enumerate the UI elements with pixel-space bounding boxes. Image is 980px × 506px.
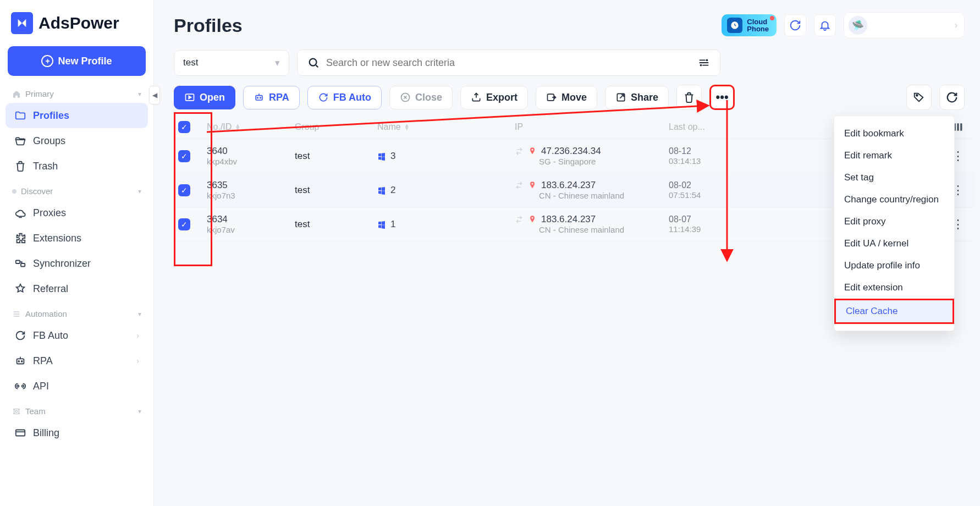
sidebar-item-rpa[interactable]: RPA› [5,348,148,373]
open-button[interactable]: Open [174,86,235,109]
svg-point-15 [260,97,261,98]
row-checkbox[interactable]: ✓ [178,150,190,162]
delete-button[interactable] [676,85,702,110]
menu-edit-proxy[interactable]: Edit proxy [834,211,954,233]
sidebar-item-groups[interactable]: Groups [5,128,148,153]
menu-clear-cache[interactable]: Clear Cache [834,299,954,324]
sidebar-item-extensions[interactable]: Extensions [5,226,148,251]
menu-update-profile-info[interactable]: Update profile info [834,255,954,277]
cloud-phone-icon [727,18,742,33]
more-actions-menu: Edit bookmarkEdit remarkSet tagChange co… [834,116,955,331]
nav-section-primary[interactable]: Primary▾ [0,81,153,103]
svg-point-23 [532,149,533,151]
refresh-icon [946,91,958,103]
svg-rect-0 [16,261,20,264]
chevron-right-icon: › [955,20,957,30]
search-input[interactable] [326,57,691,69]
menu-edit-ua-kernel[interactable]: Edit UA / kernel [834,233,954,255]
sidebar-item-billing[interactable]: Billing [5,420,148,446]
search-icon [307,57,320,69]
close-icon [400,92,411,103]
tag-icon [913,91,925,103]
menu-set-tag[interactable]: Set tag [834,167,954,189]
export-icon [471,92,482,103]
notification-dot [770,16,774,20]
row-checkbox[interactable]: ✓ [178,184,190,196]
row-checkbox[interactable]: ✓ [178,218,190,230]
refresh-button[interactable] [939,85,965,110]
menu-edit-extension[interactable]: Edit extension [834,277,954,299]
svg-point-26 [532,183,533,185]
new-profile-label: New Profile [58,56,112,67]
swap-icon [515,215,524,224]
new-profile-button[interactable]: + New Profile [8,46,146,76]
col-noid[interactable]: No./ID [207,122,232,132]
play-icon [184,92,195,103]
refresh-icon [318,92,329,103]
logo-icon [11,12,33,34]
group-filter-value: test [183,57,198,68]
svg-point-3 [18,361,19,362]
group-filter-select[interactable]: test ▾ [174,50,289,76]
fb-auto-button[interactable]: FB Auto [307,86,382,109]
brand-name: AdsPower [38,14,119,32]
col-ip[interactable]: IP [515,122,523,132]
share-button[interactable]: Share [605,86,669,109]
svg-rect-8 [16,430,25,436]
trash-icon [683,91,695,103]
sidebar-item-trash[interactable]: Trash [5,153,148,179]
nav-section-automation[interactable]: Automation▾ [0,301,153,323]
plus-icon: + [41,55,53,67]
windows-icon [377,186,386,195]
menu-edit-bookmark[interactable]: Edit bookmark [834,123,954,145]
sidebar-item-profiles[interactable]: Profiles [5,103,148,128]
sidebar-item-synchronizer[interactable]: Synchronizer [5,251,148,276]
move-icon [546,92,557,103]
sidebar-item-api[interactable]: API [5,373,148,399]
menu-edit-remark[interactable]: Edit remark [834,145,954,167]
move-button[interactable]: Move [536,86,597,109]
export-button[interactable]: Export [460,86,528,109]
nav-section-team[interactable]: Team▾ [0,399,153,420]
pin-icon [528,181,537,190]
col-group[interactable]: Group [295,122,319,132]
windows-icon [377,220,386,229]
page-title: Profiles [174,15,243,36]
ellipsis-icon: ••• [716,90,729,105]
svg-rect-21 [957,123,959,130]
svg-point-14 [257,97,258,98]
sidebar-item-fb-auto[interactable]: FB Auto› [5,323,148,348]
svg-point-7 [15,410,18,413]
sliders-icon[interactable] [698,57,710,69]
col-lastop[interactable]: Last op... [669,122,705,132]
windows-icon [377,152,386,161]
bell-icon-button[interactable] [814,14,836,36]
avatar-icon: 🛸 [849,16,867,35]
svg-point-19 [916,95,918,96]
swap-icon [515,147,524,156]
svg-point-6 [22,385,24,387]
cloud-phone-l2: Phone [747,25,769,32]
svg-point-9 [310,59,317,66]
sidebar-item-proxies[interactable]: Proxies [5,200,148,226]
main: Profiles Cloud Phone [154,0,980,506]
select-all-checkbox[interactable]: ✓ [178,121,190,133]
nav-section-discover[interactable]: Discover▾ [0,179,153,200]
share-icon [615,92,626,103]
logo: AdsPower [0,0,153,38]
menu-change-country-region[interactable]: Change country/region [834,189,954,211]
svg-point-29 [532,217,533,219]
close-button[interactable]: Close [389,86,453,109]
robot-icon [254,92,265,103]
account-menu[interactable]: 🛸 › [844,12,965,38]
cloud-phone-button[interactable]: Cloud Phone [722,14,777,36]
svg-point-5 [17,385,19,387]
sidebar-item-referral[interactable]: Referral [5,276,148,301]
col-name[interactable]: Name [377,122,401,132]
sync-icon-button[interactable] [784,14,806,36]
rpa-button[interactable]: RPA [243,86,300,109]
svg-point-10 [706,59,708,62]
more-actions-button[interactable]: ••• [709,85,735,110]
tag-button[interactable] [906,85,932,110]
pin-icon [528,215,537,224]
